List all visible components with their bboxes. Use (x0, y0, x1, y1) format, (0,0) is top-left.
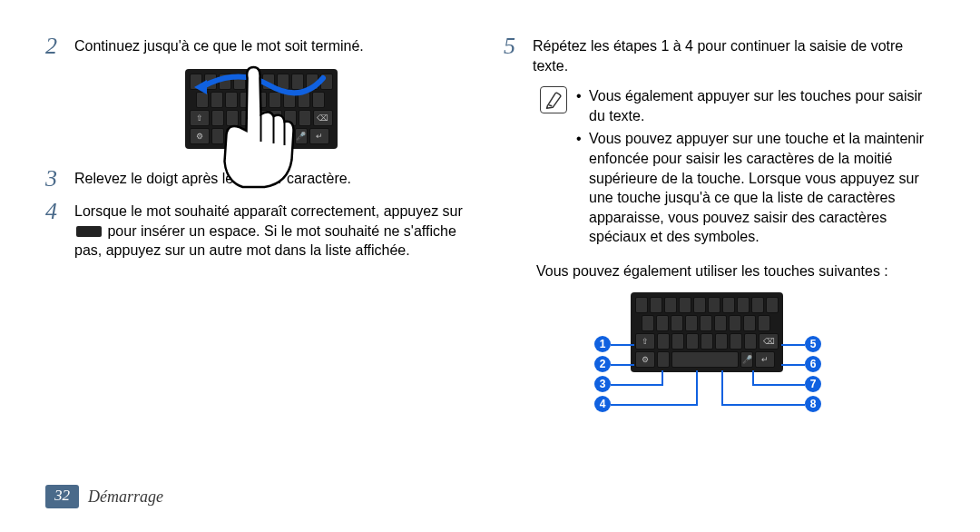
step-5: 5 Répétez les étapes 1 à 4 pour continue… (504, 36, 935, 75)
step-text-part-a: Lorsque le mot souhaité apparaît correct… (74, 203, 463, 219)
callout-8: 8 (805, 396, 821, 412)
page-number: 32 (45, 485, 79, 508)
note-item: • Vous pouvez appuyer sur une touche et … (576, 129, 935, 247)
note-icon (540, 86, 567, 113)
callout-2: 2 (594, 356, 611, 372)
bullet-dot: • (576, 86, 589, 125)
step-number: 4 (45, 200, 71, 223)
bullet-dot: • (576, 129, 589, 247)
shift-key: ⇧ (190, 110, 210, 126)
spacebar-icon (76, 226, 102, 237)
step-text: Relevez le doigt après le dernier caract… (71, 169, 351, 189)
mic-key: 🎤 (740, 351, 753, 368)
callout-1: 1 (594, 336, 611, 352)
swipe-keyboard-figure: ⇧⌫ ⚙🎤↵ (45, 69, 476, 149)
shift-key: ⇧ (635, 333, 655, 350)
callout-3: 3 (594, 376, 611, 392)
step-text-part-b: pour insérer un espace. Si le mot souhai… (74, 223, 456, 259)
manual-page: 2 Continuez jusqu'à ce que le mot soit t… (0, 0, 980, 532)
svg-marker-0 (194, 80, 207, 94)
note-text: Vous pouvez appuyer sur une touche et la… (589, 129, 935, 247)
onscreen-keyboard: ⇧⌫ ⚙🎤↵ (185, 69, 338, 149)
mic-key: 🎤 (295, 128, 308, 144)
step-text: Répétez les étapes 1 à 4 pour continuer … (529, 36, 935, 75)
callout-4: 4 (594, 396, 611, 412)
following-paragraph: Vous pouvez également utiliser les touch… (536, 263, 935, 280)
step-number: 5 (504, 34, 529, 58)
callout-keyboard-figure: ⇧⌫ ⚙🎤↵ 1 2 3 4 5 6 7 (585, 292, 858, 456)
backspace-key: ⌫ (313, 110, 333, 126)
step-text: Lorsque le mot souhaité apparaît correct… (71, 202, 476, 261)
right-column: 5 Répétez les étapes 1 à 4 pour continue… (504, 36, 935, 505)
step-text: Continuez jusqu'à ce que le mot soit ter… (71, 36, 364, 56)
note-text: Vous également appuyer sur les touches p… (589, 86, 935, 125)
mode-key: ⚙ (635, 351, 655, 368)
space-key (226, 128, 293, 144)
onscreen-keyboard-callout: ⇧⌫ ⚙🎤↵ (631, 292, 783, 372)
swipe-arrow (183, 62, 338, 107)
callout-6: 6 (805, 356, 821, 372)
callout-7: 7 (805, 376, 821, 392)
mode-key: ⚙ (190, 128, 210, 144)
note-item: • Vous également appuyer sur les touches… (576, 86, 935, 125)
page-footer: 32 Démarrage (45, 485, 163, 508)
step-2: 2 Continuez jusqu'à ce que le mot soit t… (45, 36, 476, 58)
step-3: 3 Relevez le doigt après le dernier cara… (45, 169, 476, 191)
enter-key: ↵ (309, 128, 329, 144)
note-list: • Vous également appuyer sur les touches… (576, 86, 935, 251)
space-key (671, 351, 739, 368)
backspace-key: ⌫ (759, 333, 779, 350)
section-title: Démarrage (88, 488, 163, 507)
callout-5: 5 (805, 336, 821, 352)
step-4: 4 Lorsque le mot souhaité apparaît corre… (45, 202, 476, 261)
note-block: • Vous également appuyer sur les touches… (540, 86, 935, 251)
enter-key: ↵ (755, 351, 775, 368)
step-number: 3 (45, 167, 71, 191)
left-column: 2 Continuez jusqu'à ce que le mot soit t… (45, 36, 476, 505)
step-number: 2 (45, 34, 71, 58)
